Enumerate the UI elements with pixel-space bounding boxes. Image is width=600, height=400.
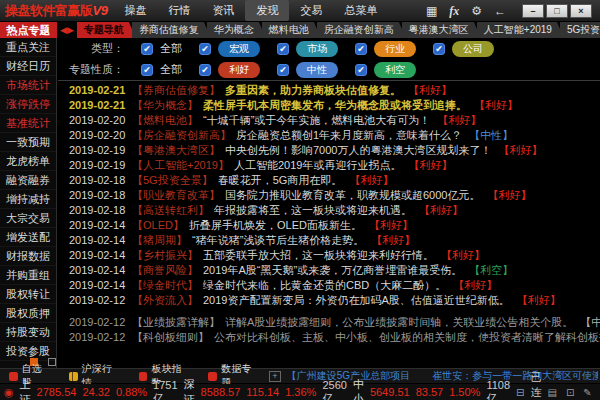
chip-company[interactable]: 公司: [452, 41, 494, 57]
chip-macro[interactable]: 宏观: [218, 41, 260, 57]
news-row[interactable]: 2019-02-21【券商估值修复】多重因素，助力券商板块估值修复。【利好】: [58, 83, 600, 98]
filter-type-label: 类型：: [68, 41, 124, 56]
tab-greater-bay-area[interactable]: 粤港澳大湾区: [402, 22, 481, 38]
chip-negative[interactable]: 利空: [374, 62, 416, 78]
news-row[interactable]: 2019-02-18【高送转红利】年报披露将至，这一板块或将迎来机遇。【利好】: [58, 203, 600, 218]
menu-hangqing[interactable]: 行情: [157, 0, 201, 21]
news-row[interactable]: 2019-02-14【绿金时代】绿金时代来临，比黄金还贵的CBD（大麻二酚）。【…: [58, 278, 600, 293]
maximize-button[interactable]: □: [546, 4, 568, 18]
checkbox-type-industry[interactable]: ✔: [355, 43, 367, 55]
back-arrow-icon[interactable]: ←: [494, 5, 506, 17]
news-row[interactable]: 2019-02-14【猪周期】“猪年说猪”浅谈节后生猪价格走势。【利好】: [58, 233, 600, 248]
panel-icon[interactable]: ▤: [547, 387, 556, 398]
news-row[interactable]: 2019-02-20【燃料电池】“十城千辆”或于今年实施，燃料电池大有可为！【利…: [58, 113, 600, 128]
menu-faxian[interactable]: 发现: [245, 0, 289, 21]
index-sse: 上证2785.5424.320.88%1751亿: [20, 377, 178, 400]
news-date: 2019-02-14: [69, 278, 132, 293]
news-topic-tag: 【职业教育改革】: [132, 189, 220, 201]
sidebar-item-shareholding-change[interactable]: 持股变动: [0, 323, 56, 342]
sidebar-item-holdings-change[interactable]: 增持减持: [0, 190, 56, 209]
checkbox-nature-all[interactable]: ✔: [141, 64, 153, 76]
sidebar-item-market-stats[interactable]: 市场统计: [0, 76, 56, 95]
menu-zixun[interactable]: 资讯: [201, 0, 245, 21]
news-text: 折叠屏手机焕发，OLED面板新生。: [189, 219, 362, 231]
sentiment-badge: 【利好】: [408, 84, 452, 96]
tab-huawei-concept[interactable]: 华为概念: [207, 22, 266, 38]
chip-neutral[interactable]: 中性: [296, 62, 338, 78]
tab-property-financing[interactable]: 房企融资创新高: [317, 22, 406, 38]
news-row[interactable]: 2019-02-18【职业教育改革】国务院力推职业教育改革，职教规模或超6000…: [58, 188, 600, 203]
menu-jiaoyi[interactable]: 交易: [289, 0, 333, 21]
sidebar-item-issuance[interactable]: 增发送配: [0, 228, 56, 247]
checkbox-nature-negative[interactable]: ✔: [355, 64, 367, 76]
checkbox-type-market[interactable]: ✔: [277, 43, 289, 55]
sidebar-item-limit-up-down[interactable]: 涨停跌停: [0, 95, 56, 114]
tab-ai-2019[interactable]: 人工智能+2019: [477, 22, 564, 38]
index-amount: 2560亿: [322, 379, 346, 400]
monitor-icon[interactable]: ⊡: [566, 387, 574, 398]
sentiment-badge: 【利好】: [408, 159, 452, 171]
tab-scroll-arrows-icon[interactable]: ◀▶: [57, 22, 77, 38]
close-button[interactable]: ×: [570, 4, 592, 18]
news-text: 五部委联手放大招，这一板块将迎来利好行情。: [203, 249, 434, 261]
sidebar-item-equity-transfer[interactable]: 股权转让: [0, 285, 56, 304]
chip-market[interactable]: 市场: [296, 41, 338, 57]
index-szse: 深证8588.57115.141.36%2560亿: [184, 377, 347, 400]
news-text: 年报披露将至，这一板块或将迎来机遇。: [214, 204, 412, 216]
checkbox-type-company[interactable]: ✔: [433, 43, 445, 55]
news-row[interactable]: 2019-02-21【华为概念】柔性屏手机本周密集发布，华为概念股或将受到追捧。…: [58, 98, 600, 113]
divider: [58, 80, 600, 81]
checkbox-type-all[interactable]: ✔: [141, 43, 153, 55]
tab-broker-valuation[interactable]: 券商估值修复: [132, 22, 211, 38]
news-row[interactable]: 2019-02-14【OLED】折叠屏手机焕发，OLED面板新生。【利好】: [58, 218, 600, 233]
pen-icon[interactable]: ✎: [583, 387, 591, 398]
checkbox-nature-neutral[interactable]: ✔: [277, 64, 289, 76]
menu-caopan[interactable]: 操盘: [113, 0, 157, 21]
tab-topic-nav[interactable]: 专题导航: [77, 22, 136, 38]
sidebar-item-dragon-tiger-list[interactable]: 龙虎榜单: [0, 152, 56, 171]
sidebar-item-margin-trading[interactable]: 融资融券: [0, 171, 56, 190]
checkbox-type-macro[interactable]: ✔: [199, 43, 211, 55]
news-row[interactable]: 2019-02-12【外资流入】2019资产配置新变局：外资仍在加码A股、估值逼…: [58, 293, 600, 308]
news-text: 2019年A股“黑天鹅”或来袭，万亿商誉埋雷谁最受伤。: [203, 264, 462, 276]
sentiment-badge: 【中性】: [469, 129, 513, 141]
tab-5g-investment[interactable]: 5G投资全景: [560, 22, 600, 38]
formula-fx-icon[interactable]: fx: [449, 5, 459, 17]
news-date: 2019-02-14: [69, 233, 132, 248]
checkbox-nature-positive[interactable]: ✔: [199, 64, 211, 76]
filter-nature-all-label[interactable]: 全部: [160, 62, 182, 77]
tab-fuel-cell[interactable]: 燃料电池: [262, 22, 321, 38]
news-row[interactable]: 2019-02-18【5G投资全景】春暖花开，5G商用在即。【利好】: [58, 173, 600, 188]
sidebar-item-benchmark-stats[interactable]: 基准统计: [0, 114, 56, 133]
chip-positive[interactable]: 利好: [218, 62, 260, 78]
sidebar-item-mergers[interactable]: 并购重组: [0, 266, 56, 285]
menu-zongcaidan[interactable]: 总菜单: [333, 0, 388, 21]
news-row[interactable]: 2019-02-19【人工智能+2019】人工智能2019年或再迎行业拐点。【利…: [58, 158, 600, 173]
news-row[interactable]: 2019-02-12【科创板细则】公布对比科创板、主板、中小板、创业板的相关制度…: [58, 330, 600, 345]
section-hot-topics[interactable]: 热点专题: [0, 22, 57, 38]
news-row[interactable]: 2019-02-12【业绩披露详解】详解A股业绩披露细则，公布业绩披露时间轴，关…: [58, 315, 600, 330]
layout-grid-icon[interactable]: ▦: [426, 5, 437, 17]
index-amount: 1751亿: [153, 379, 177, 400]
news-row[interactable]: 2019-02-19【粤港澳大湾区】中央创先例！影响7000万人的粤港澳大湾区规…: [58, 143, 600, 158]
sidebar-item-block-trades[interactable]: 大宗交易: [0, 209, 56, 228]
news-text: 2019资产配置新变局：外资仍在加码A股、估值逼近世纪新低。: [203, 294, 510, 306]
chip-industry[interactable]: 行业: [374, 41, 416, 57]
news-row[interactable]: 2019-02-14【乡村振兴】五部委联手放大招，这一板块将迎来利好行情。【利好…: [58, 248, 600, 263]
sentiment-badge: 【利好】: [453, 279, 497, 291]
news-text: 柔性屏手机本周密集发布，华为概念股或将受到追捧。: [203, 99, 467, 111]
sidebar-item-consensus[interactable]: 一致预期: [0, 133, 56, 152]
gear-icon[interactable]: ⚙: [471, 5, 482, 17]
sidebar-item-finance-calendar[interactable]: 财经日历: [0, 57, 56, 76]
news-row[interactable]: 2019-02-20【房企融资创新高】房企融资总额创1年来月度新高，意味着什么？…: [58, 128, 600, 143]
news-topic-tag: 【业绩披露详解】: [132, 316, 220, 328]
sidebar-item-key-focus[interactable]: 重点关注: [0, 38, 56, 57]
sidebar-item-equity-pledge[interactable]: 股权质押: [0, 304, 56, 323]
filter-type-all-label[interactable]: 全部: [160, 41, 182, 56]
news-date: 2019-02-21: [69, 98, 132, 113]
news-text: 人工智能2019年或再迎行业拐点。: [234, 159, 401, 171]
news-topic-tag: 【商誉风险】: [132, 264, 198, 276]
sidebar-item-financial-reports[interactable]: 财报数据: [0, 247, 56, 266]
minimize-button[interactable]: –: [522, 4, 544, 18]
news-row[interactable]: 2019-02-14【商誉风险】2019年A股“黑天鹅”或来袭，万亿商誉埋雷谁最…: [58, 263, 600, 278]
